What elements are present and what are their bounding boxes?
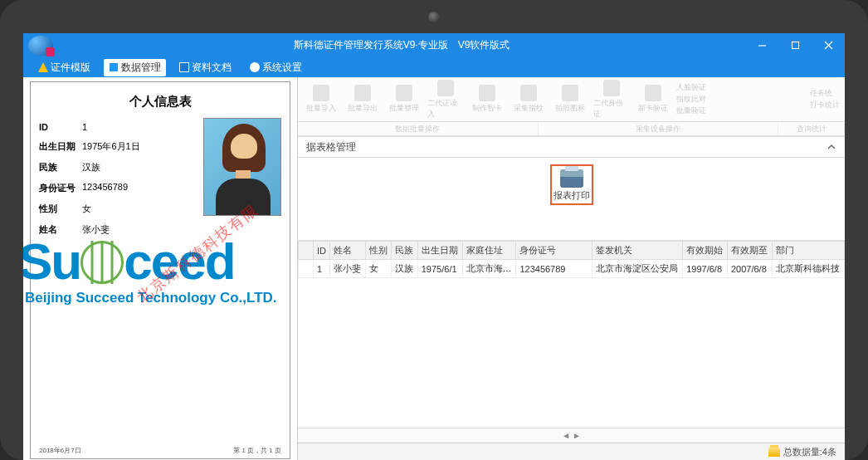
svg-rect-0 <box>792 42 798 49</box>
field-value-name: 张小斐 <box>82 223 195 236</box>
ribbon-batch-export[interactable]: 批量导出 <box>344 80 381 120</box>
minimize-button[interactable] <box>745 33 778 57</box>
gear-icon <box>250 62 260 72</box>
ribbon-batch-import[interactable]: 批量导入 <box>303 80 339 120</box>
col-name[interactable]: 姓名 <box>330 242 366 260</box>
col-id[interactable]: ID <box>314 242 330 260</box>
field-value-sex: 女 <box>82 203 195 215</box>
ribbon-make-card[interactable]: 制作智卡 <box>469 80 505 120</box>
data-table[interactable]: ID 姓名 性别 民族 出生日期 家庭住址 身份证号 签发机关 有效期始 有效期… <box>298 241 845 278</box>
field-label-sex: 性别 <box>39 203 82 215</box>
import-icon <box>313 85 329 101</box>
field-label-id: ID <box>39 122 82 132</box>
docs-icon <box>179 62 189 72</box>
id-photo <box>203 118 281 216</box>
ribbon-group-query: 查询统计 <box>778 122 845 135</box>
right-pane: 批量导入 批量导出 批量整理 二代证读入 制作智卡 采集指纹 拍照图标 二代身份… <box>298 77 845 460</box>
app-window: 斯科德证件管理发行系统V9·专业版 V9软件版式 证件模版 数据管理 资料文档 … <box>23 33 845 460</box>
section-title: 据表格管理 <box>306 140 356 154</box>
col-address[interactable]: 家庭住址 <box>462 242 516 260</box>
tablet-frame: 斯科德证件管理发行系统V9·专业版 V9软件版式 证件模版 数据管理 资料文档 … <box>0 0 868 460</box>
card-icon <box>479 85 495 101</box>
collapse-chevron-icon[interactable] <box>827 142 836 152</box>
table-row[interactable]: 1 张小斐 女 汉族 1975/6/1 北京市海… 123456789 北京市海… <box>299 260 845 278</box>
field-label-dob: 出生日期 <box>39 140 82 153</box>
field-value-dob: 1975年6月1日 <box>82 140 195 153</box>
field-label-name: 姓名 <box>39 223 82 236</box>
col-issuer[interactable]: 签发机关 <box>592 242 683 260</box>
ribbon-camera[interactable]: 拍照图标 <box>552 80 588 120</box>
document-page: 个人信息表 ID1 出生日期1975年6月1日 民族汉族 身份证号1234567… <box>30 81 290 459</box>
maximize-button[interactable] <box>778 33 812 57</box>
title-bar: 斯科德证件管理发行系统V9·专业版 V9软件版式 <box>23 33 845 57</box>
field-value-id: 1 <box>82 122 195 132</box>
sort-icon <box>396 85 412 101</box>
doc-footer-page: 第 1 页，共 1 页 <box>233 446 281 455</box>
row-selector[interactable] <box>299 260 314 278</box>
print-zone: 报表打印 <box>298 158 845 241</box>
ribbon-id2[interactable]: 二代身份证 <box>593 80 630 120</box>
menu-data-manage[interactable]: 数据管理 <box>104 59 166 76</box>
col-sex[interactable]: 性别 <box>365 242 391 260</box>
col-idno[interactable]: 身份证号 <box>516 242 592 260</box>
ribbon-batch-sort[interactable]: 批量整理 <box>386 80 422 120</box>
fingerprint-icon <box>520 85 537 101</box>
field-label-idno: 身份证号 <box>39 182 82 194</box>
ribbon-idcard-read[interactable]: 二代证读入 <box>427 80 464 120</box>
report-print-button[interactable]: 报表打印 <box>550 164 593 205</box>
verify-icon <box>645 85 661 101</box>
field-label-ethnic: 民族 <box>39 161 82 174</box>
export-icon <box>354 85 371 101</box>
data-grid: ID 姓名 性别 民族 出生日期 家庭住址 身份证号 签发机关 有效期始 有效期… <box>298 241 845 443</box>
col-valid-to[interactable]: 有效期至 <box>727 242 772 260</box>
id2-icon <box>603 80 620 96</box>
close-button[interactable] <box>812 33 845 57</box>
doc-footer-date: 2018年6月7日 <box>39 446 81 455</box>
status-total: 总数据量:4条 <box>783 446 836 458</box>
preview-pane: 个人信息表 ID1 出生日期1975年6月1日 民族汉族 身份证号1234567… <box>23 77 298 460</box>
ribbon-group-device: 采集设备操作 <box>539 122 779 135</box>
template-icon <box>38 62 48 72</box>
field-list: ID1 出生日期1975年6月1日 民族汉族 身份证号123456789 性别女… <box>39 118 195 240</box>
app-logo-icon <box>28 36 53 56</box>
field-value-ethnic: 汉族 <box>82 161 195 174</box>
ribbon-newcard-verify[interactable]: 新卡验证 <box>635 80 671 120</box>
col-dept[interactable]: 部门 <box>772 242 844 260</box>
field-value-idno: 123456789 <box>82 182 195 194</box>
col-rowhdr <box>299 242 314 260</box>
ribbon-verify-group: 人脸验证 指纹比对 批量验证 <box>676 82 706 116</box>
menu-documents[interactable]: 资料文档 <box>174 59 237 76</box>
data-icon <box>109 62 119 72</box>
pager-bar[interactable]: ◄ ► <box>298 428 845 443</box>
col-dob[interactable]: 出生日期 <box>417 242 462 260</box>
ribbon-stats-group: 任务统 打卡统计 <box>810 88 840 110</box>
content-area: 个人信息表 ID1 出生日期1975年6月1日 民族汉族 身份证号1234567… <box>23 77 845 460</box>
idread-icon <box>437 80 454 96</box>
section-header: 据表格管理 <box>298 136 845 158</box>
records-icon <box>768 448 780 457</box>
window-title: 斯科德证件管理发行系统V9·专业版 V9软件版式 <box>58 38 745 52</box>
table-header-row: ID 姓名 性别 民族 出生日期 家庭住址 身份证号 签发机关 有效期始 有效期… <box>299 242 845 260</box>
tablet-camera <box>428 12 440 23</box>
col-valid-from[interactable]: 有效期始 <box>683 242 728 260</box>
menu-settings[interactable]: 系统设置 <box>245 59 307 76</box>
ribbon-toolbar: 批量导入 批量导出 批量整理 二代证读入 制作智卡 采集指纹 拍照图标 二代身份… <box>298 77 845 122</box>
printer-icon <box>560 169 583 188</box>
col-ethnic[interactable]: 民族 <box>392 242 417 260</box>
doc-title: 个人信息表 <box>39 94 281 110</box>
ribbon-group-labels: 数据批量操作 采集设备操作 查询统计 <box>298 122 845 136</box>
ribbon-fingerprint[interactable]: 采集指纹 <box>510 80 547 120</box>
ribbon-group-batch: 数据批量操作 <box>298 122 539 135</box>
status-bar: 总数据量:4条 <box>298 443 845 460</box>
menu-bar: 证件模版 数据管理 资料文档 系统设置 <box>23 57 845 77</box>
window-controls <box>745 33 845 57</box>
menu-template[interactable]: 证件模版 <box>33 59 95 76</box>
camera-icon <box>562 85 578 101</box>
